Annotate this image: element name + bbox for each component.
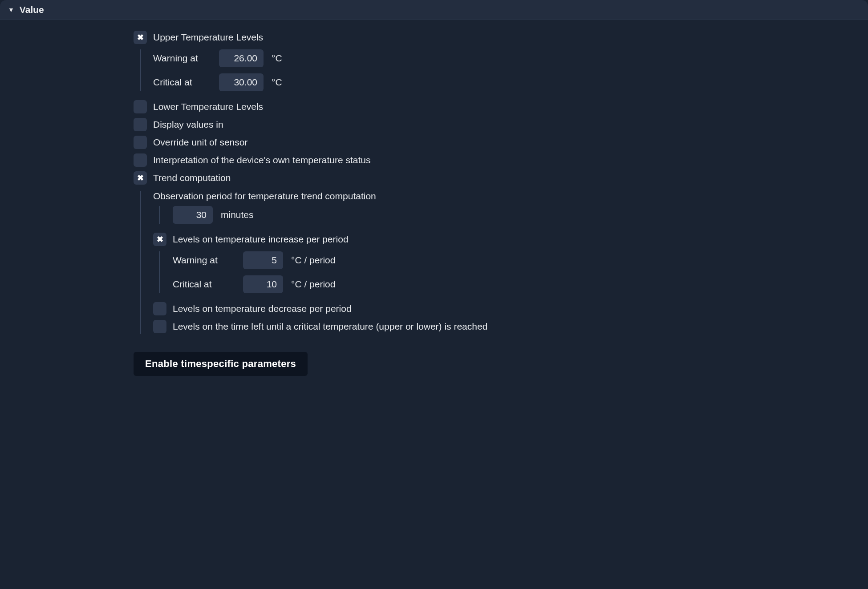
- increase-label: Levels on temperature increase per perio…: [173, 234, 349, 245]
- upper-warning-label: Warning at: [153, 53, 211, 64]
- increase-critical-label: Critical at: [173, 279, 235, 290]
- value-panel: ▼ Value Upper Temperature Levels Warning…: [0, 0, 868, 589]
- increase-checkbox[interactable]: [153, 233, 166, 246]
- interpretation-label: Interpretation of the device's own tempe…: [153, 155, 370, 165]
- observation-label: Observation period for temperature trend…: [153, 191, 855, 202]
- observation-input[interactable]: [173, 206, 213, 224]
- display-values-label: Display values in: [153, 119, 223, 130]
- trend-label: Trend computation: [153, 173, 231, 183]
- upper-critical-label: Critical at: [153, 77, 211, 88]
- upper-warning-input[interactable]: [219, 49, 264, 67]
- lower-temp-checkbox[interactable]: [134, 100, 147, 113]
- increase-critical-input[interactable]: [243, 275, 283, 293]
- caret-down-icon: ▼: [8, 7, 14, 13]
- interpretation-checkbox[interactable]: [134, 153, 147, 167]
- increase-warning-label: Warning at: [173, 255, 235, 266]
- section-title: Value: [20, 4, 44, 15]
- timeleft-label: Levels on the time left until a critical…: [173, 321, 487, 332]
- decrease-checkbox[interactable]: [153, 302, 166, 315]
- upper-critical-unit: °C: [272, 77, 282, 88]
- observation-unit: minutes: [221, 210, 254, 220]
- trend-group: Observation period for temperature trend…: [140, 191, 855, 334]
- section-header[interactable]: ▼ Value: [0, 0, 868, 20]
- upper-temp-group: Warning at °C Critical at °C: [140, 49, 855, 91]
- upper-warning-unit: °C: [272, 53, 282, 64]
- override-unit-checkbox[interactable]: [134, 136, 147, 149]
- observation-group: minutes: [159, 206, 855, 224]
- trend-checkbox[interactable]: [134, 171, 147, 185]
- increase-warning-unit: °C / period: [291, 255, 335, 266]
- increase-group: Warning at °C / period Critical at °C / …: [159, 251, 855, 293]
- upper-temp-checkbox[interactable]: [134, 31, 147, 44]
- decrease-label: Levels on temperature decrease per perio…: [173, 303, 352, 314]
- section-content: Upper Temperature Levels Warning at °C C…: [0, 20, 868, 389]
- increase-critical-unit: °C / period: [291, 279, 335, 290]
- upper-temp-label: Upper Temperature Levels: [153, 32, 263, 43]
- display-values-checkbox[interactable]: [134, 118, 147, 131]
- lower-temp-label: Lower Temperature Levels: [153, 101, 263, 112]
- increase-warning-input[interactable]: [243, 251, 283, 269]
- upper-critical-input[interactable]: [219, 73, 264, 91]
- timeleft-checkbox[interactable]: [153, 320, 166, 333]
- override-unit-label: Override unit of sensor: [153, 137, 247, 148]
- enable-timespecific-button[interactable]: Enable timespecific parameters: [134, 352, 308, 376]
